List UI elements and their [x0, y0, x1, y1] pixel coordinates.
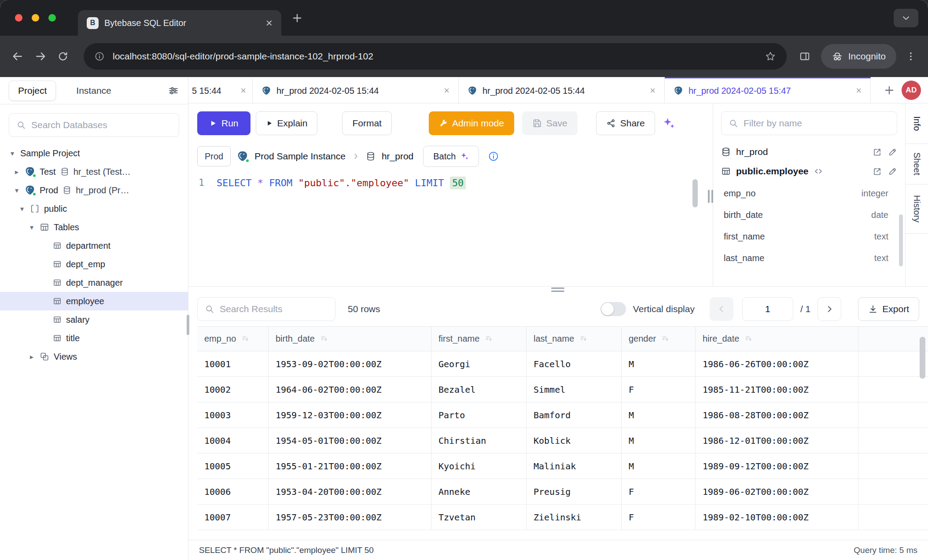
tab-close-icon[interactable]: ×: [266, 17, 273, 29]
site-info-icon[interactable]: [94, 51, 105, 62]
table-row[interactable]: 10001 1953-09-02T00:00:00Z Georgi Facell…: [197, 351, 928, 377]
tree-item-tables-group[interactable]: ▾ Tables: [0, 218, 188, 236]
column-row[interactable]: first_name text: [721, 226, 897, 247]
page-number-input[interactable]: [742, 297, 793, 321]
search-databases-input[interactable]: [31, 120, 172, 130]
tab-history[interactable]: History: [906, 184, 928, 234]
environment-chip[interactable]: Prod: [197, 146, 231, 166]
chevron-down-icon[interactable]: ▾: [13, 186, 20, 195]
browser-tab[interactable]: B Bytebase SQL Editor ×: [78, 10, 281, 36]
batch-button[interactable]: Batch: [423, 146, 479, 167]
tree-item-prod-instance[interactable]: ▾ Prod hr_prod (Pr…: [0, 181, 188, 199]
table-row[interactable]: 10003 1959-12-03T00:00:00Z Parto Bamford…: [197, 402, 928, 428]
admin-mode-button[interactable]: Admin mode: [429, 111, 514, 135]
chevron-right-icon[interactable]: ▸: [13, 168, 20, 176]
vertical-display-toggle[interactable]: [600, 302, 626, 316]
browser-menu-icon[interactable]: [905, 51, 917, 62]
chevron-down-icon[interactable]: ▾: [9, 149, 16, 158]
tree-item-table-dept-emp[interactable]: dept_emp: [0, 255, 188, 273]
window-zoom-button[interactable]: [48, 14, 56, 22]
ai-sparkle-button[interactable]: [662, 117, 675, 130]
sql-editor[interactable]: 1 SELECT * FROM "public"."employee" LIMI…: [188, 177, 713, 286]
column-row[interactable]: emp_no integer: [721, 183, 897, 204]
column-header-last-name[interactable]: last_name: [527, 327, 622, 351]
editor-tab-4-active[interactable]: hr_prod 2024-02-05 15:47 ×: [665, 77, 871, 103]
tab-sheet[interactable]: Sheet: [906, 144, 928, 184]
edit-icon[interactable]: [888, 167, 897, 176]
tab-project[interactable]: Project: [9, 81, 56, 101]
results-scrollbar-thumb[interactable]: [920, 337, 925, 379]
editor-tab-3[interactable]: hr_prod 2024-02-05 15:44 ×: [459, 77, 665, 103]
tree-item-table-title[interactable]: title: [0, 329, 188, 347]
prev-page-button[interactable]: [710, 297, 733, 321]
new-tab-button[interactable]: [291, 12, 303, 24]
tree-item-table-salary[interactable]: salary: [0, 310, 188, 329]
panel-resize-handle[interactable]: [708, 190, 713, 203]
external-link-icon[interactable]: [873, 167, 882, 176]
reload-button[interactable]: [57, 51, 69, 62]
filter-by-name-input[interactable]: [744, 118, 890, 129]
user-avatar[interactable]: AD: [902, 81, 921, 100]
editor-tab-1[interactable]: 5 15:44 ×: [188, 77, 253, 103]
edit-icon[interactable]: [888, 147, 897, 157]
forward-button[interactable]: [34, 50, 47, 63]
column-row[interactable]: last_name text: [721, 247, 897, 269]
column-header-label: birth_date: [276, 334, 315, 344]
window-minimize-button[interactable]: [32, 14, 39, 22]
tab-close-icon[interactable]: ×: [856, 85, 862, 96]
connection-info-icon[interactable]: [488, 151, 499, 162]
window-close-button[interactable]: [15, 14, 22, 22]
search-results-input[interactable]: [220, 304, 328, 314]
explain-button[interactable]: Explain: [256, 111, 318, 135]
column-header-hire-date[interactable]: hire_date: [696, 327, 858, 351]
code-icon[interactable]: [814, 167, 823, 176]
panel-scrollbar-thumb[interactable]: [899, 214, 903, 266]
editor-scrollbar-thumb[interactable]: [692, 179, 698, 207]
tab-close-icon[interactable]: ×: [650, 85, 655, 96]
side-panel-icon[interactable]: [799, 51, 810, 62]
chevron-down-icon[interactable]: ▾: [18, 205, 26, 213]
tree-item-test-instance[interactable]: ▸ Test hr_test (Test…: [0, 162, 188, 181]
tab-close-icon[interactable]: ×: [240, 85, 246, 96]
tab-info[interactable]: Info: [906, 103, 928, 144]
column-header-first-name[interactable]: first_name: [431, 327, 527, 351]
tree-item-views-group[interactable]: ▸ Views: [0, 347, 188, 366]
save-button[interactable]: Save: [522, 111, 578, 135]
column-header-birth-date[interactable]: birth_date: [269, 327, 431, 351]
tab-search-button[interactable]: [894, 9, 918, 27]
column-header-gender[interactable]: gender: [622, 327, 696, 351]
editor-tab-2[interactable]: hr_prod 2024-02-05 15:44 ×: [253, 77, 459, 103]
chevron-right-icon[interactable]: ▸: [28, 353, 35, 361]
export-button[interactable]: Export: [858, 297, 919, 321]
column-row[interactable]: birth_date date: [721, 204, 897, 226]
back-button[interactable]: [11, 50, 24, 63]
tab-instance[interactable]: Instance: [76, 85, 111, 96]
tab-close-icon[interactable]: ×: [444, 85, 449, 96]
new-query-tab-button[interactable]: [883, 84, 895, 96]
filter-settings-icon[interactable]: [168, 85, 179, 96]
database-name[interactable]: hr_prod: [382, 151, 413, 162]
format-button[interactable]: Format: [342, 111, 392, 135]
instance-name[interactable]: Prod Sample Instance: [254, 151, 346, 162]
next-page-button[interactable]: [818, 297, 841, 321]
results-splitter[interactable]: [188, 286, 928, 292]
share-button[interactable]: Share: [596, 111, 655, 135]
table-row[interactable]: 10006 1953-04-20T00:00:00Z Anneke Preusi…: [197, 479, 928, 505]
bookmark-star-icon[interactable]: [765, 51, 776, 62]
table-row[interactable]: 10002 1964-06-02T00:00:00Z Bezalel Simme…: [197, 377, 928, 402]
table-row[interactable]: 10004 1954-05-01T00:00:00Z Chirstian Kob…: [197, 428, 928, 453]
table-row[interactable]: 10005 1955-01-21T00:00:00Z Kyoichi Malin…: [197, 453, 928, 479]
chevron-down-icon[interactable]: ▾: [28, 223, 35, 232]
tree-item-public-schema[interactable]: ▾ public: [0, 199, 188, 218]
table-row[interactable]: 10007 1957-05-23T00:00:00Z Tzvetan Zieli…: [197, 505, 928, 530]
column-header-emp-no[interactable]: emp_no: [197, 327, 269, 351]
tree-item-sample-project[interactable]: ▾ Sample Project: [0, 144, 188, 162]
external-link-icon[interactable]: [873, 147, 882, 157]
sidebar-resize-handle[interactable]: [187, 315, 189, 335]
tree-item-table-dept-manager[interactable]: dept_manager: [0, 273, 188, 292]
splitter-handle-icon[interactable]: [551, 287, 564, 292]
address-bar[interactable]: localhost:8080/sql-editor/prod-sample-in…: [84, 43, 787, 70]
tree-item-table-employee[interactable]: employee: [0, 292, 188, 310]
run-button[interactable]: Run: [197, 111, 250, 135]
tree-item-table-department[interactable]: department: [0, 236, 188, 255]
